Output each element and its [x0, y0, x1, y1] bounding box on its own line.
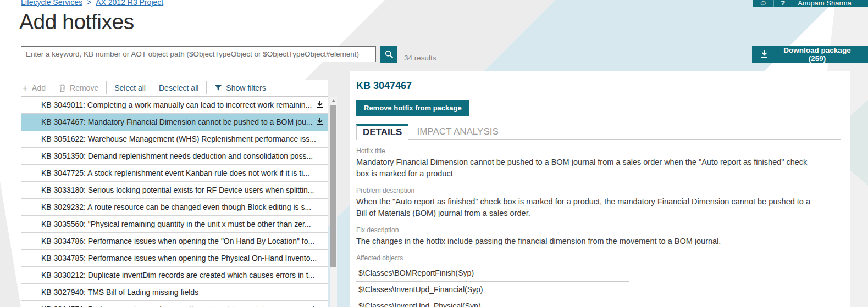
deselect-all-button[interactable]: Deselect all — [152, 83, 205, 92]
add-button[interactable]: + Add — [21, 83, 52, 93]
kb-heading: KB 3047467 — [356, 80, 843, 92]
filter-funnel-icon — [214, 85, 222, 91]
scrollbar-thumb[interactable] — [330, 105, 336, 267]
scroll-up-arrow-icon[interactable] — [331, 99, 336, 102]
problem-description-text: When the "Auto report as finished" check… — [356, 196, 818, 219]
download-hotfix-icon[interactable] — [316, 118, 324, 126]
breadcrumb: Lifecycle Services>AX 2012 R3 Project — [21, 0, 163, 7]
plus-icon: + — [22, 83, 28, 93]
breadcrumb-separator: > — [87, 0, 91, 7]
list-toolbar: + Add Remove Select all Deselect all Sho… — [21, 80, 328, 96]
list-item[interactable]: KB 3034785: Performance issues when open… — [21, 250, 328, 267]
tab-impact-analysis[interactable]: IMPACT ANALYSIS — [411, 125, 504, 139]
affected-object-row: $\Classes\BOMReportFinish(Syp) — [356, 265, 629, 282]
affected-objects-label: Affected objects — [356, 254, 843, 262]
list-item[interactable]: KB 3051350: Demand replenishment needs d… — [21, 148, 328, 165]
affected-objects-list: $\Classes\BOMReportFinish(Syp) $\Classes… — [356, 265, 629, 307]
fix-description-label: Fix description — [356, 226, 843, 234]
affected-object-row: $\Classes\InventUpd_Financial(Syp) — [356, 282, 629, 298]
download-package-label: Download package (259) — [775, 46, 860, 63]
remove-hotfix-button[interactable]: Remove hotfix from package — [356, 100, 469, 116]
select-all-button[interactable]: Select all — [108, 83, 152, 92]
list-item[interactable]: KB 3047725: A stock replenishment event … — [21, 165, 328, 182]
tab-details[interactable]: DETAILS — [356, 124, 408, 140]
trash-icon — [59, 84, 66, 92]
list-item[interactable]: KB 3029232: A route resource can be chan… — [21, 199, 328, 216]
breadcrumb-link-project[interactable]: AX 2012 R3 Project — [96, 0, 163, 7]
search-input[interactable] — [21, 46, 376, 62]
hotfix-title-text: Mandatory Financial Dimension cannot be … — [356, 157, 818, 180]
user-bar: ☺ ? Anupam Sharma — [753, 0, 868, 7]
list-item[interactable]: KB 3014571: Performance issue when creat… — [21, 301, 328, 307]
affected-object-row: $\Classes\InventUpd_Physical(Syp) — [356, 298, 629, 307]
problem-description-label: Problem description — [356, 187, 843, 194]
list-item[interactable]: KB 3033180: Serious locking potential ex… — [21, 182, 328, 199]
hotfix-list-panel: + Add Remove Select all Deselect all Sho… — [21, 80, 328, 307]
feedback-smiley-icon[interactable]: ☺ — [753, 0, 773, 7]
list-item[interactable]: KB 3034786: Performance issues when open… — [21, 233, 328, 250]
toolbar-divider — [206, 81, 207, 94]
fix-description-text: The changes in the hotfix include passin… — [356, 236, 818, 247]
show-filters-button[interactable]: Show filters — [208, 83, 272, 92]
hotfix-title-label: Hotfix title — [356, 147, 843, 155]
list-item[interactable]: KB 3049011: Completing a work manually c… — [21, 97, 328, 114]
list-item[interactable]: KB 3027940: TMS Bill of Lading missing f… — [21, 284, 328, 301]
user-name[interactable]: Anupam Sharma — [792, 0, 857, 7]
download-icon — [760, 50, 769, 59]
search-icon — [385, 50, 394, 59]
detail-tabs: DETAILS IMPACT ANALYSIS — [356, 124, 841, 140]
results-count: 34 results — [404, 54, 436, 62]
download-hotfix-icon[interactable] — [316, 101, 324, 109]
remove-button[interactable]: Remove — [52, 83, 105, 92]
list-item[interactable]: KB 3035560: "Physical remaining quantity… — [21, 216, 328, 233]
list-scrollbar[interactable] — [330, 97, 337, 307]
breadcrumb-link-lifecycle-services[interactable]: Lifecycle Services — [21, 0, 82, 7]
hotfix-detail-panel: KB 3047467 Remove hotfix from package DE… — [350, 71, 850, 307]
toolbar-divider — [106, 81, 107, 94]
list-item[interactable]: KB 3030212: Duplicate inventDim records … — [21, 267, 328, 284]
hotfix-list: KB 3049011: Completing a work manually c… — [21, 96, 328, 307]
help-icon[interactable]: ? — [774, 0, 792, 7]
download-package-button[interactable]: Download package (259) — [752, 46, 868, 63]
list-item-selected[interactable]: KB 3047467: Mandatory Financial Dimensio… — [21, 114, 328, 131]
page-title: Add hotfixes — [19, 10, 134, 34]
list-item[interactable]: KB 3051622: Warehouse Management (WHS) R… — [21, 131, 328, 148]
search-button[interactable] — [380, 46, 397, 63]
